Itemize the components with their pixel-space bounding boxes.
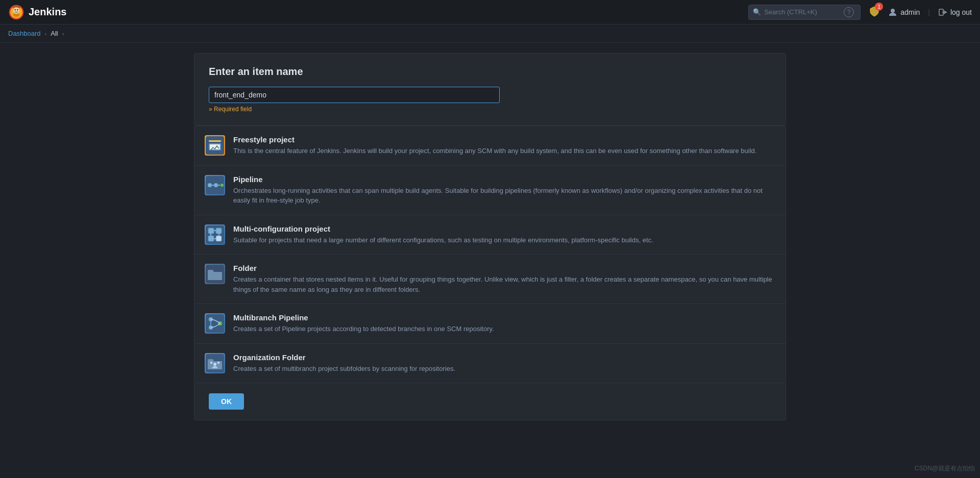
navbar-right: 🔍 ? 1 admin | log xyxy=(748,5,972,20)
folder-name: Folder xyxy=(233,264,775,272)
pipeline-name: Pipeline xyxy=(233,175,775,184)
security-badge[interactable]: 1 xyxy=(869,6,880,18)
orgfolder-info: Organization Folder Creates a set of mul… xyxy=(233,353,775,374)
required-field-text: » Required field xyxy=(209,106,771,113)
multibranch-name: Multibranch Pipeline xyxy=(233,313,775,322)
user-label: admin xyxy=(900,8,920,16)
nav-user[interactable]: admin xyxy=(888,8,920,17)
freestyle-name: Freestyle project xyxy=(233,135,775,144)
item-form-container: Enter an item name » Required field xyxy=(194,53,786,125)
watermark: CSDN@就是有点怕怕 xyxy=(915,464,975,473)
ok-button[interactable]: OK xyxy=(209,393,244,410)
project-type-multibranch[interactable]: Multibranch Pipeline Creates a set of Pi… xyxy=(194,304,786,344)
project-type-folder[interactable]: Folder Creates a container that stores n… xyxy=(194,255,786,304)
project-type-orgfolder[interactable]: Organization Folder Creates a set of mul… xyxy=(194,344,786,383)
breadcrumb-sep-2: › xyxy=(62,31,64,37)
pipeline-info: Pipeline Orchestrates long-running activ… xyxy=(233,175,775,206)
breadcrumb-all: All xyxy=(51,30,58,37)
search-input[interactable] xyxy=(764,8,841,16)
svg-point-5 xyxy=(17,9,18,10)
project-types-container: Freestyle project This is the central fe… xyxy=(194,125,786,383)
svg-rect-21 xyxy=(216,228,222,234)
svg-rect-10 xyxy=(209,140,221,142)
project-type-freestyle[interactable]: Freestyle project This is the central fe… xyxy=(194,126,786,166)
search-help-icon[interactable]: ? xyxy=(844,7,854,17)
freestyle-icon xyxy=(205,135,225,156)
orgfolder-name: Organization Folder xyxy=(233,353,775,362)
item-name-input[interactable] xyxy=(209,87,500,103)
svg-rect-39 xyxy=(217,362,219,364)
footer-bar: OK xyxy=(194,383,786,420)
freestyle-desc: This is the central feature of Jenkins. … xyxy=(233,146,775,156)
nav-separator: | xyxy=(928,8,930,16)
freestyle-info: Freestyle project This is the central fe… xyxy=(233,135,775,156)
search-box[interactable]: 🔍 ? xyxy=(748,5,861,20)
svg-rect-20 xyxy=(208,228,214,234)
nav-logout[interactable]: log out xyxy=(938,8,972,17)
svg-rect-23 xyxy=(216,236,222,241)
navbar: Jenkins 🔍 ? 1 admin | xyxy=(0,0,980,24)
svg-point-4 xyxy=(14,9,15,10)
pipeline-icon xyxy=(205,175,225,195)
multibranch-icon xyxy=(205,313,225,334)
svg-rect-22 xyxy=(208,236,214,241)
logout-icon xyxy=(938,8,947,17)
multiconfig-icon xyxy=(205,224,225,245)
svg-point-16 xyxy=(214,183,218,187)
main-content: Enter an item name » Required field Free… xyxy=(0,43,980,431)
search-icon: 🔍 xyxy=(753,8,761,16)
folder-desc: Creates a container that stores nested i… xyxy=(233,274,775,294)
svg-point-18 xyxy=(220,184,224,187)
svg-point-37 xyxy=(213,363,216,366)
orgfolder-desc: Creates a set of multibranch project sub… xyxy=(233,364,775,374)
breadcrumb: Dashboard › All › xyxy=(0,24,980,43)
breadcrumb-dashboard[interactable]: Dashboard xyxy=(8,30,41,37)
multiconfig-info: Multi-configuration project Suitable for… xyxy=(233,224,775,245)
form-title: Enter an item name xyxy=(209,66,771,78)
folder-icon xyxy=(205,264,225,284)
multiconfig-desc: Suitable for projects that need a large … xyxy=(233,235,775,245)
svg-rect-29 xyxy=(208,272,222,280)
logout-label: log out xyxy=(950,8,972,16)
app-title: Jenkins xyxy=(29,6,66,18)
pipeline-desc: Orchestrates long-running activities tha… xyxy=(233,186,775,206)
security-badge-count: 1 xyxy=(875,3,883,11)
orgfolder-icon xyxy=(205,353,225,373)
multibranch-info: Multibranch Pipeline Creates a set of Pi… xyxy=(233,313,775,334)
multibranch-desc: Creates a set of Pipeline projects accor… xyxy=(233,324,775,334)
project-type-pipeline[interactable]: Pipeline Orchestrates long-running activ… xyxy=(194,166,786,215)
folder-info: Folder Creates a container that stores n… xyxy=(233,264,775,294)
svg-point-3 xyxy=(13,7,20,14)
multiconfig-name: Multi-configuration project xyxy=(233,224,775,233)
breadcrumb-sep-1: › xyxy=(45,31,47,37)
svg-point-14 xyxy=(208,183,212,187)
svg-rect-38 xyxy=(210,362,212,364)
svg-point-6 xyxy=(891,9,895,13)
app-brand[interactable]: Jenkins xyxy=(8,4,66,20)
user-icon xyxy=(888,8,897,17)
jenkins-logo-icon xyxy=(8,4,24,20)
project-type-multiconfig[interactable]: Multi-configuration project Suitable for… xyxy=(194,215,786,255)
